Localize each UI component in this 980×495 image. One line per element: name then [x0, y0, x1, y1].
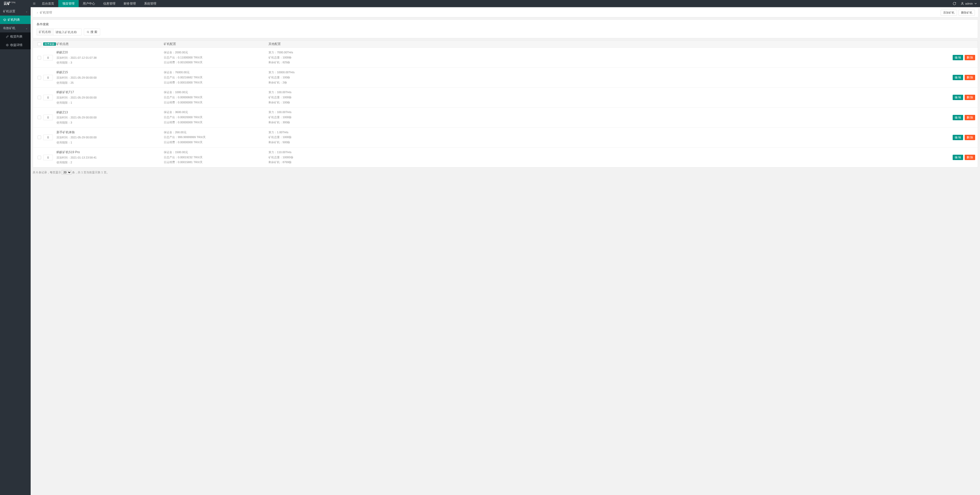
- sidebar: 矿机设置⌄矿机列表有效矿机⌄租赁列表收益详情: [0, 7, 31, 495]
- row-checkbox[interactable]: [38, 76, 41, 79]
- cube-icon: [3, 18, 6, 21]
- topbar-right: admin: [952, 1, 980, 6]
- pager: 共 6 条记录，每页显示 20 条，共 1 页当前显示第 1 页。: [33, 170, 978, 175]
- search-panel-title: 条件搜索: [37, 22, 974, 27]
- sort-input[interactable]: [43, 135, 53, 140]
- th-conf: 矿机配置: [164, 42, 269, 46]
- topbar: 云矿 TP6 后台首页项目管理用户中心信息管理财务管理系统管理 admin: [0, 0, 980, 7]
- row-checkbox[interactable]: [38, 56, 41, 59]
- sidebar-item[interactable]: 收益详情: [0, 41, 31, 49]
- menu-toggle-icon[interactable]: [31, 0, 38, 7]
- topnav-item[interactable]: 财务管理: [119, 0, 140, 7]
- target-icon: [6, 44, 9, 47]
- brand-sup: TP6: [11, 1, 16, 4]
- main: 矿机管理 添加矿机 删除矿机 条件搜索 矿机名称 搜 索: [31, 7, 980, 495]
- delete-button[interactable]: 删 除: [965, 55, 975, 60]
- edit-button[interactable]: 编 辑: [953, 135, 963, 140]
- chevron-down-icon: ⌄: [25, 27, 28, 30]
- row-checkbox[interactable]: [38, 136, 41, 139]
- th-other: 其他配置: [269, 42, 947, 46]
- delete-miner-button[interactable]: 删除矿机: [959, 10, 975, 16]
- search-input-group: 矿机名称: [37, 29, 82, 35]
- chevron-down-icon: [974, 2, 977, 5]
- delete-button[interactable]: 删 除: [965, 75, 975, 80]
- sort-input[interactable]: [43, 75, 53, 81]
- brand: 云矿 TP6: [0, 1, 31, 6]
- miner-name: 蚂蚁矿机S19 Pro: [56, 149, 164, 155]
- search-button[interactable]: 搜 索: [84, 29, 100, 35]
- table-row: 新手矿机体验 添加时间：2021-05-29 00:00:00 使用期限：1 保…: [33, 128, 978, 148]
- sidebar-group[interactable]: 矿机设置⌄: [0, 7, 31, 16]
- table-row: 蚂蚁Z13 添加时间：2021-05-29 00:00:00 使用期限：3 保证…: [33, 108, 978, 128]
- breadcrumb-bar: 矿机管理 添加矿机 删除矿机: [33, 8, 978, 17]
- edit-button[interactable]: 编 辑: [953, 75, 963, 80]
- table-row: 蚂蚁Z20 添加时间：2021-07-12 01:07:38 使用期限：3 保证…: [33, 48, 978, 68]
- miner-name: 蚂蚁矿机T17: [56, 90, 164, 95]
- topnav-item[interactable]: 用户中心: [79, 0, 99, 7]
- miner-name: 蚂蚁Z15: [56, 70, 164, 75]
- search-panel: 条件搜索 矿机名称 搜 索: [33, 19, 978, 38]
- link-icon: [6, 35, 9, 38]
- sort-input[interactable]: [43, 155, 53, 160]
- user-menu[interactable]: admin: [961, 2, 977, 5]
- svg-point-7: [6, 45, 8, 46]
- topnav-item[interactable]: 信息管理: [99, 0, 119, 7]
- sidebar-item[interactable]: 矿机列表: [0, 16, 31, 24]
- topnav-item[interactable]: 系统管理: [140, 0, 161, 7]
- sort-input[interactable]: [43, 55, 53, 60]
- chevron-down-icon: ⌄: [25, 10, 28, 13]
- search-input[interactable]: [53, 29, 81, 35]
- page-size-select[interactable]: 20: [62, 170, 72, 175]
- topnav-item[interactable]: 后台首页: [38, 0, 58, 7]
- user-name: admin: [965, 2, 973, 5]
- svg-marker-4: [3, 19, 6, 20]
- add-miner-button[interactable]: 添加矿机: [941, 10, 957, 16]
- th-info: 矿机信息: [56, 42, 164, 46]
- breadcrumb-title: 矿机管理: [40, 11, 52, 15]
- row-checkbox[interactable]: [38, 156, 41, 159]
- sort-input[interactable]: [43, 114, 53, 120]
- edit-button[interactable]: 编 辑: [953, 55, 963, 60]
- pager-prefix: 共 6 条记录，每页显示: [33, 171, 61, 175]
- user-icon: [961, 2, 964, 5]
- svg-point-6: [6, 44, 8, 46]
- search-label: 矿机名称: [37, 29, 53, 35]
- select-all-checkbox[interactable]: [38, 42, 41, 46]
- row-checkbox[interactable]: [38, 96, 41, 99]
- edit-button[interactable]: 编 辑: [953, 95, 963, 100]
- edit-button[interactable]: 编 辑: [953, 155, 963, 160]
- svg-line-9: [89, 33, 89, 33]
- sort-refresh-tag[interactable]: 排序刷新: [43, 42, 56, 46]
- delete-button[interactable]: 删 除: [965, 95, 975, 100]
- row-checkbox[interactable]: [38, 116, 41, 119]
- table-head: 排序刷新 矿机信息 矿机配置 其他配置: [33, 41, 978, 48]
- brand-name: 云矿: [3, 1, 11, 6]
- sort-input[interactable]: [43, 95, 53, 100]
- sidebar-item[interactable]: 租赁列表: [0, 32, 31, 41]
- svg-point-3: [962, 2, 963, 3]
- miner-name: 蚂蚁Z20: [56, 50, 164, 56]
- svg-point-8: [87, 31, 89, 33]
- table-row: 蚂蚁矿机T17 添加时间：2021-05-29 00:00:00 使用期限：1 …: [33, 87, 978, 108]
- miner-name: 蚂蚁Z13: [56, 110, 164, 116]
- table-row: 蚂蚁矿机S19 Pro 添加时间：2021-01-13 23:58:41 使用期…: [33, 148, 978, 167]
- pager-suffix: 条，共 1 页当前显示第 1 页。: [72, 171, 109, 175]
- sidebar-group[interactable]: 有效矿机⌄: [0, 24, 31, 32]
- miner-name: 新手矿机体验: [56, 130, 164, 135]
- search-button-label: 搜 索: [91, 30, 97, 34]
- table-row: 蚂蚁Z15 添加时间：2021-05-29 00:00:00 使用期限：25 保…: [33, 68, 978, 87]
- topnav-item[interactable]: 项目管理: [58, 0, 79, 7]
- search-icon: [87, 31, 89, 33]
- delete-button[interactable]: 删 除: [965, 155, 975, 160]
- breadcrumb-icon: [36, 11, 39, 14]
- miner-table: 排序刷新 矿机信息 矿机配置 其他配置 蚂蚁Z20 添加时间：2021-07-1…: [33, 40, 978, 167]
- delete-button[interactable]: 删 除: [965, 135, 975, 140]
- delete-button[interactable]: 删 除: [965, 115, 975, 120]
- top-menu: 后台首页项目管理用户中心信息管理财务管理系统管理: [31, 0, 161, 7]
- refresh-icon[interactable]: [952, 1, 957, 6]
- edit-button[interactable]: 编 辑: [953, 115, 963, 120]
